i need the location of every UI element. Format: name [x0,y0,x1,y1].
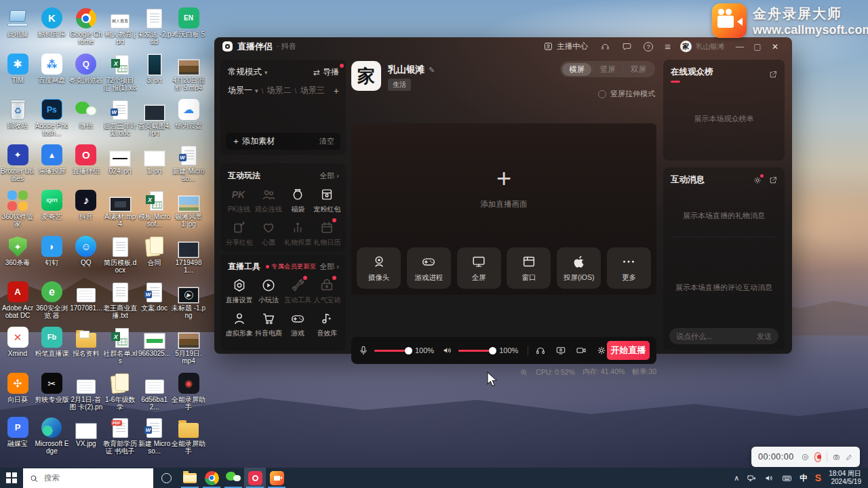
desktop-icon[interactable]: X72个项目汇 报(1).xlsx [103,52,137,92]
desktop-icon[interactable]: 1707081... [69,279,103,312]
panel-item[interactable]: 礼物日历 [313,220,342,247]
message-settings-icon[interactable] [753,176,762,185]
mode-select[interactable]: 常规模式 [228,66,262,78]
headset-icon[interactable] [600,41,610,52]
desktop-icon[interactable]: Google Chrome [69,5,103,45]
menu-icon[interactable]: ≡ [665,41,671,52]
add-scene-button[interactable]: + [334,85,339,96]
stop-button[interactable] [814,452,822,462]
desktop-icon[interactable]: 树人教育树人教育.jpg [103,5,137,45]
speaker-icon[interactable] [442,345,453,356]
desktop-icon[interactable]: 17194981... [172,234,205,274]
desktop-icon[interactable]: ✕Xmind [1,325,35,357]
desktop-icon[interactable]: ♻回收站 [1,97,35,129]
desktop-icon[interactable]: W新建 Microso... [172,142,205,182]
preview-area[interactable]: + 添加直播画面 摄像头游戏进程全屏窗口投屏(iOS)更多 [351,123,656,295]
orientation-tab[interactable]: 横屏 [562,63,591,76]
start-live-button[interactable]: 开始直播 [607,341,650,360]
desktop-icon[interactable]: 合同 [138,234,172,266]
panel-item[interactable]: 直播设置 [224,278,254,305]
desktop-icon[interactable]: ◉全能录屏助手 [172,371,205,411]
pause-button[interactable] [802,452,809,462]
desktop-icon[interactable]: e360安全浏览 器 [35,279,68,319]
desktop-icon[interactable]: PsAdobe Photosh... [35,97,68,137]
desktop-icon[interactable]: ☁华为云盘 [172,97,205,129]
add-source-button[interactable]: + 添加直播画面 [351,165,656,209]
panel-item[interactable]: 心愿 [254,220,283,247]
add-material-button[interactable]: ＋ 添加素材 [232,136,275,147]
panel-item[interactable]: 礼物投票 [283,220,313,247]
desktop-icon[interactable]: ☺QQ [69,234,103,266]
user-avatar[interactable]: 家 [680,41,692,52]
panel-item[interactable]: 宠粉红包 [313,187,342,214]
source-button[interactable]: 投屏(iOS) [557,247,601,289]
popout-icon[interactable] [768,176,778,185]
desktop-icon[interactable]: ✂剪映专业版 [35,371,68,403]
desktop-icon[interactable]: 未发送 -2.psd [138,5,172,45]
desktop-icon[interactable]: AAdobe Acrobat DC [1,279,35,319]
feedback-icon[interactable] [622,41,632,52]
close-button[interactable]: ✕ [766,42,784,52]
panel-item[interactable]: 小玩法 [254,278,283,305]
director-button[interactable]: ⇄导播 [313,66,339,78]
volume-icon[interactable] [764,473,774,483]
desktop-icon[interactable]: ✦Brother Utilities [1,142,35,182]
panel-item[interactable]: 人气宝箱 [313,278,342,305]
desktop-icon[interactable]: 报名资料 [69,325,103,357]
desktop-icon[interactable]: ◗钉钉 [35,234,68,266]
desktop-icon[interactable]: O直播伴侣 [69,142,103,175]
source-button[interactable]: 摄像头 [357,247,401,289]
taskbar-app-wechat[interactable] [222,468,244,488]
orientation-tab[interactable]: 双屏 [624,63,653,76]
panel-item[interactable]: 游戏 [283,311,313,338]
settings-icon[interactable] [596,345,607,356]
taskbar-clock[interactable]: 18:04 周日 2024/5/19 [829,470,861,486]
desktop-icon[interactable]: ✱TIM [1,52,35,84]
anchor-center-button[interactable]: 主播中心 [543,41,588,52]
desktop-icon[interactable]: 360软件管家 [1,188,35,228]
panel-item[interactable]: 虚拟形象 [224,311,254,338]
desktop-icon[interactable]: W运营三年计 划.doc [103,97,137,137]
message-input[interactable]: 说点什么... 发送 [669,328,778,344]
desktop-icon[interactable]: ✣向日葵 [1,371,35,403]
edit-title-icon[interactable]: ✎ [429,66,435,74]
panel-item[interactable]: 分享红包 [224,220,254,247]
tools-all-link[interactable]: 全部 › [319,262,339,272]
desktop-icon[interactable]: ♪抖音 [69,188,103,220]
desktop-icon[interactable]: Fb粉笔直播课 [35,325,68,357]
source-button[interactable]: 窗口 [507,247,551,289]
source-button[interactable]: 更多 [607,247,651,289]
panel-item[interactable]: PKPK连线 [224,187,254,214]
touch-keyboard-icon[interactable] [782,473,792,483]
interact-all-link[interactable]: 全部 › [319,171,339,181]
desktop-icon[interactable]: 首页截图4.jpg [138,97,172,137]
monitor-audio-icon[interactable] [535,345,546,356]
desktop-icon[interactable]: 4月20日混剪 5.mp4 [172,52,205,92]
ime-indicator[interactable]: 中 [800,473,808,483]
taskbar-app-file-explorer[interactable] [179,468,201,488]
clear-button[interactable]: 清空 [319,136,334,146]
screenshot-button[interactable] [833,452,840,462]
source-button[interactable]: 游戏进程 [407,247,451,289]
desktop-icon[interactable]: AI素材.mp4 [103,188,137,228]
speaker-volume-slider[interactable] [458,350,495,352]
scene-tab[interactable]: 场景三 [300,85,325,96]
sogou-icon[interactable]: S [815,472,821,483]
desktop-icon[interactable]: 微信 [69,97,103,129]
desktop-icon[interactable]: W文案.doc [138,279,172,312]
desktop-icon[interactable]: 银滩风景 1.jpg [172,188,205,228]
desktop-icon[interactable]: EN希沃白板 5 [172,5,205,38]
maximize-button[interactable]: ▢ [749,42,766,52]
stretch-mode-toggle[interactable]: 竖屏拉伸模式 [598,89,655,99]
desktop-icon[interactable]: 1-6年级数学 [103,371,137,411]
desktop-icon[interactable]: 此电脑 [1,5,35,38]
taskbar-app-jinzhou-recorder[interactable] [266,468,288,488]
desktop-icon[interactable]: ✦360杀毒 [1,234,35,266]
cortana-button[interactable] [153,468,179,488]
send-button[interactable]: 发送 [757,331,772,342]
desktop-icon[interactable]: ▲乐播投屏 [35,142,68,175]
desktop-icon[interactable]: PDF教育部学历证 书电子注册... [103,415,137,455]
scene-tab[interactable]: 场景二 [267,85,292,96]
desktop-icon[interactable]: 024.jpg [103,142,137,175]
help-icon[interactable]: ? [644,42,653,52]
